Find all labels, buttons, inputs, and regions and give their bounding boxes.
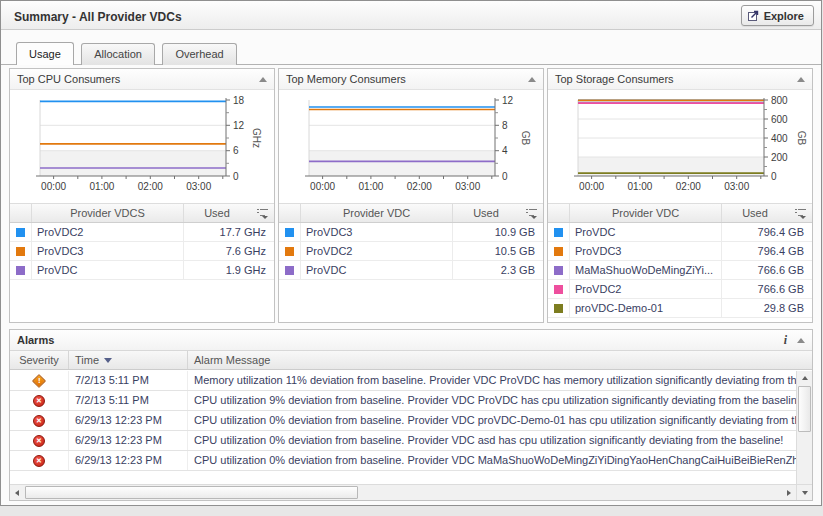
column-used[interactable]: Used <box>453 204 519 222</box>
table-row[interactable]: proVDC-Demo-0129.8 GB <box>548 299 812 318</box>
series-swatch <box>548 242 570 260</box>
scroll-down-button[interactable] <box>796 484 812 500</box>
info-icon[interactable]: i <box>784 334 787 346</box>
svg-text:03:00: 03:00 <box>724 181 749 192</box>
customizer-icon[interactable] <box>788 204 812 222</box>
provider-vdc-name: ProVDC <box>570 223 722 241</box>
scroll-right-button[interactable] <box>782 485 796 500</box>
table-row[interactable]: ProVDC1.9 GHz <box>10 261 274 280</box>
used-value: 1.9 GHz <box>184 261 274 279</box>
svg-text:0: 0 <box>771 171 777 182</box>
table-row[interactable]: ProVDC3796.4 GB <box>548 242 812 261</box>
alarms-panel: Alarms i Severity Time Alarm Message !7/… <box>9 329 813 501</box>
svg-text:600: 600 <box>771 114 788 125</box>
svg-text:01:00: 01:00 <box>627 181 652 192</box>
tab-usage[interactable]: Usage <box>16 42 74 65</box>
alarm-row[interactable]: ✕6/29/13 12:23 PMCPU utilization 0% devi… <box>10 411 796 431</box>
tab-overhead[interactable]: Overhead <box>162 43 236 65</box>
table-row[interactable]: ProVDC210.5 GB <box>279 242 543 261</box>
used-value: 796.4 GB <box>722 242 812 260</box>
column-severity[interactable]: Severity <box>10 351 69 369</box>
column-provider-vdc[interactable]: Provider VDCS <box>32 204 184 222</box>
explore-button[interactable]: Explore <box>741 5 814 26</box>
alarm-time: 6/29/13 12:23 PM <box>69 431 188 450</box>
dashboard-window: Summary - All Provider VDCs Explore Usag… <box>0 0 822 506</box>
horizontal-scrollbar[interactable] <box>10 484 796 500</box>
svg-text:800: 800 <box>771 95 788 106</box>
customizer-icon[interactable] <box>519 204 543 222</box>
used-value: 10.5 GB <box>453 242 543 260</box>
provider-vdc-name: ProVDC3 <box>570 242 722 260</box>
panel-header: Top Storage Consumers <box>548 69 812 90</box>
alarm-time: 6/29/13 12:23 PM <box>69 411 188 430</box>
table-row[interactable]: ProVDC796.4 GB <box>548 223 812 242</box>
column-provider-vdc[interactable]: Provider VDC <box>570 204 722 222</box>
collapse-icon[interactable] <box>797 77 805 82</box>
critical-severity-icon: ✕ <box>33 395 45 407</box>
vertical-scrollbar[interactable] <box>796 371 812 484</box>
storage-consumers-table: ProVDC796.4 GBProVDC3796.4 GBMaMaShuoWoD… <box>548 223 812 322</box>
explore-icon <box>748 10 759 21</box>
series-swatch <box>10 223 32 241</box>
alarm-row[interactable]: ✕6/29/13 12:23 PMCPU utilization 0% devi… <box>10 431 796 451</box>
table-row[interactable]: ProVDC310.9 GB <box>279 223 543 242</box>
alarm-row[interactable]: ✕7/2/13 5:11 PMCPU utilization 9% deviat… <box>10 391 796 411</box>
collapse-icon[interactable] <box>528 77 536 82</box>
svg-text:0: 0 <box>233 171 239 182</box>
svg-text:200: 200 <box>771 152 788 163</box>
collapse-icon[interactable] <box>797 338 805 343</box>
svg-text:GB: GB <box>520 131 531 146</box>
table-row[interactable]: ProVDC37.6 GHz <box>10 242 274 261</box>
series-swatch <box>548 223 570 241</box>
alarms-header: Alarms i <box>10 330 812 351</box>
series-swatch <box>279 242 301 260</box>
column-provider-vdc[interactable]: Provider VDC <box>301 204 453 222</box>
svg-text:6: 6 <box>233 145 239 156</box>
panel-top-cpu-consumers: Top CPU Consumers 00:0001:0002:0003:0006… <box>9 68 275 323</box>
series-swatch <box>279 223 301 241</box>
collapse-icon[interactable] <box>259 77 267 82</box>
customizer-icon[interactable] <box>250 204 274 222</box>
cpu-chart: 00:0001:0002:0003:00061218GHz <box>10 90 274 203</box>
explore-label: Explore <box>764 10 804 22</box>
alarm-row[interactable]: !7/2/13 5:11 PMMemory utilization 11% de… <box>10 371 796 391</box>
svg-text:00:00: 00:00 <box>310 181 335 192</box>
provider-vdc-name: ProVDC <box>301 261 453 279</box>
alarm-message: CPU utilization 0% deviation from baseli… <box>188 411 796 430</box>
critical-severity-icon: ✕ <box>33 435 45 447</box>
panels-row: Top CPU Consumers 00:0001:0002:0003:0006… <box>9 68 813 323</box>
column-used[interactable]: Used <box>722 204 788 222</box>
table-row[interactable]: ProVDC2.3 GB <box>279 261 543 280</box>
page-title: Summary - All Provider VDCs <box>14 10 182 24</box>
column-alarm-message[interactable]: Alarm Message <box>188 351 812 369</box>
sort-desc-icon <box>104 358 112 363</box>
table-row[interactable]: ProVDC217.7 GHz <box>10 223 274 242</box>
svg-text:4: 4 <box>502 145 508 156</box>
swatch-column-header <box>10 204 32 222</box>
column-time[interactable]: Time <box>69 351 188 369</box>
alarm-message: CPU utilization 0% deviation from baseli… <box>188 451 796 470</box>
column-used[interactable]: Used <box>184 204 250 222</box>
used-value: 796.4 GB <box>722 223 812 241</box>
horizontal-scroll-thumb[interactable] <box>25 486 358 499</box>
table-row[interactable]: MaMaShuoWoDeMingZiYi...766.6 GB <box>548 261 812 280</box>
memory-chart: 00:0001:0002:0003:0004812GB <box>279 90 543 203</box>
scroll-left-button[interactable] <box>10 485 24 500</box>
table-header: Provider VDCS Used <box>10 203 274 223</box>
svg-text:02:00: 02:00 <box>138 181 163 192</box>
svg-text:18: 18 <box>233 95 245 106</box>
provider-vdc-name: ProVDC3 <box>32 242 184 260</box>
used-value: 2.3 GB <box>453 261 543 279</box>
vertical-scroll-thumb[interactable] <box>798 386 811 432</box>
svg-text:GHz: GHz <box>251 128 262 148</box>
provider-vdc-name: ProVDC3 <box>301 223 453 241</box>
table-row[interactable]: ProVDC2766.6 GB <box>548 280 812 299</box>
svg-text:00:00: 00:00 <box>579 181 604 192</box>
panel-top-memory-consumers: Top Memory Consumers 00:0001:0002:0003:0… <box>278 68 544 323</box>
svg-text:03:00: 03:00 <box>455 181 480 192</box>
tab-allocation[interactable]: Allocation <box>81 43 155 65</box>
panel-header: Top CPU Consumers <box>10 69 274 90</box>
scroll-up-button[interactable] <box>797 371 812 385</box>
alarm-row[interactable]: ✕6/29/13 12:23 PMCPU utilization 0% devi… <box>10 451 796 471</box>
svg-text:00:00: 00:00 <box>41 181 66 192</box>
